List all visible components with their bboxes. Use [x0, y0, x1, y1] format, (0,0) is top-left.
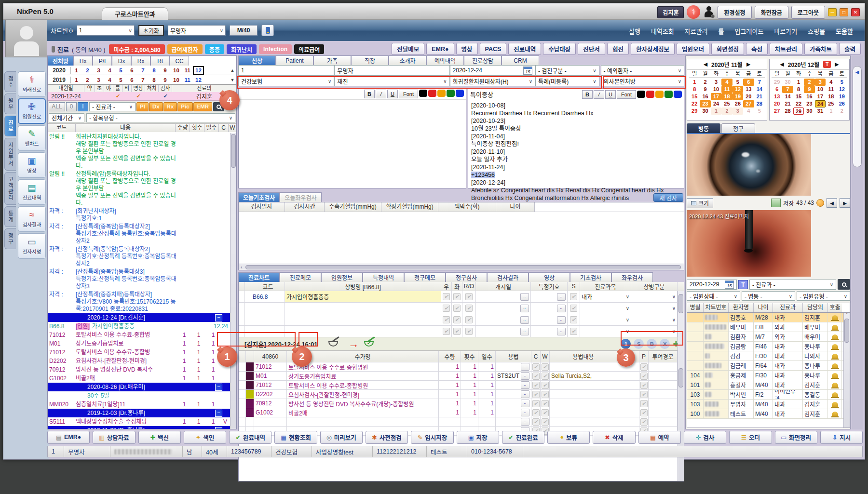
month-cell[interactable]: 4 [104, 76, 115, 84]
module-tab[interactable]: 환자상세정보 [631, 43, 675, 55]
month-cell[interactable]: 10 [171, 76, 182, 84]
calendar-day[interactable]: 30 [782, 79, 793, 86]
history-row[interactable]: 71012 토탈서비스 이용 수수료-종합병 1 1 1 [48, 331, 230, 339]
ward-select[interactable]: - 병동 -∨ [742, 291, 795, 301]
checkbox-w[interactable]: ✔ [542, 373, 549, 380]
checkbox-s[interactable]: ✔ [570, 293, 577, 300]
module-tab[interactable]: PACS [480, 43, 507, 55]
exam-hscrollbar[interactable]: ‹ [239, 264, 684, 270]
calendar-day[interactable]: 27 [772, 107, 782, 115]
calendar-day[interactable]: 6 [772, 86, 782, 93]
col-name[interactable]: 환자명 [729, 303, 754, 312]
period-select[interactable]: 전체기간∨ [49, 113, 84, 122]
exam-class-select[interactable]: - 검진구분 -∨ [535, 65, 599, 76]
next-month-icon[interactable]: ▶ [746, 61, 750, 67]
month-cell[interactable]: 11 [182, 66, 193, 75]
calendar-day[interactable]: 25 [826, 100, 836, 107]
calendar-day[interactable]: 29 [793, 107, 804, 115]
dx-col-s[interactable]: S [568, 282, 580, 291]
chart-tab[interactable]: 입원정보 [321, 272, 363, 282]
month-cell[interactable]: 7 [137, 76, 149, 84]
menu-item[interactable]: 자료관리 [685, 27, 708, 36]
sidebar-group-tab[interactable]: 고객관리 [4, 172, 16, 205]
col-code[interactable]: 코드 [48, 124, 76, 132]
history-tab[interactable]: Hx [73, 56, 93, 66]
chart-tab[interactable]: 검사결과 [487, 272, 529, 282]
patient-row[interactable]: 김강 F/30 내과 나의사 [687, 351, 850, 361]
checkbox-c[interactable]: ✔ [532, 382, 540, 389]
calendar-day[interactable]: 2 [804, 79, 814, 86]
dx-col-start[interactable]: 개시일 [476, 282, 531, 291]
calendar-icon[interactable]: 15 [523, 67, 532, 75]
diagnosis-row-empty[interactable]: ✔ ✔ ✔ .. .. ✔ ∨ ∨ [239, 314, 684, 326]
sidebar-group-tab[interactable]: 지원부서 [4, 138, 16, 171]
col-dept[interactable]: 진료과 [773, 303, 803, 312]
exam-col[interactable]: 확장기혈압(mmHg) [381, 202, 438, 212]
filter-chip[interactable]: PI [136, 102, 149, 111]
calendar-day[interactable]: 5 [732, 79, 743, 86]
toolbar-button[interactable]: ▤ EMR● [47, 431, 90, 444]
toolbar-button[interactable]: ▣ 저장 [457, 431, 499, 444]
usage-button[interactable]: .. [521, 372, 529, 380]
ward-select[interactable]: - 입원유형 -∨ [797, 291, 850, 301]
col-call[interactable]: 호출 [828, 303, 842, 312]
ward-tab[interactable]: 병동 [687, 123, 720, 133]
calendar-day[interactable]: 9 [804, 86, 814, 93]
mortar-icon[interactable] [328, 341, 338, 347]
col-room[interactable]: 병실 [687, 303, 704, 312]
month-cell[interactable]: 6 [126, 76, 137, 84]
exam-col[interactable]: 맥박수(회) [438, 202, 496, 212]
sidebar-item[interactable]: ⚕ 외래진료 [18, 71, 46, 97]
phone-icon[interactable] [261, 25, 274, 36]
calendar-day[interactable]: 10 [711, 86, 721, 93]
calendar-day[interactable]: 25 [721, 100, 732, 107]
eye-image[interactable] [687, 134, 811, 196]
checkbox-p[interactable]: ✔ [640, 363, 648, 371]
menu-item[interactable]: 바로가기 [774, 27, 797, 36]
calendar-day[interactable]: 10 [815, 86, 826, 93]
calendar-day[interactable]: 30 [804, 107, 814, 115]
ward-today-button[interactable]: T [738, 280, 748, 289]
filter-chip[interactable]: Dx [149, 102, 163, 111]
calendar-day[interactable]: 18 [721, 93, 732, 100]
checkbox-p[interactable]: ✔ [640, 400, 648, 407]
calendar-day[interactable]: 21 [754, 93, 765, 100]
calendar-day[interactable]: 14 [782, 93, 793, 100]
chart-tab[interactable]: 특정내역 [363, 272, 404, 282]
month-cell[interactable]: 3 [93, 66, 104, 75]
patient-photo[interactable] [5, 20, 47, 57]
toolbar-button[interactable]: ✚ 백신 [138, 431, 181, 444]
color-swatch[interactable] [674, 91, 682, 98]
chart-note-editor[interactable]: B / U Font [238, 88, 466, 188]
col-days[interactable]: 일수 [204, 124, 219, 132]
history-row[interactable]: 2020-08-26 [Dr.배우미] [48, 383, 230, 391]
calendar-day[interactable]: 13 [743, 86, 754, 93]
menu-item[interactable]: 툴 [719, 27, 724, 36]
history-row[interactable]: 2019-12-03 [Dr.홍나루] [48, 409, 230, 417]
module-tab[interactable]: 가족차트 [804, 43, 837, 55]
history-row[interactable]: B66.8 [입원]가시입이형흡충증 12.24 [48, 322, 230, 331]
history-row[interactable]: 2020-12-24 [Dr.김지훈] [48, 313, 230, 322]
sidebar-item[interactable]: ▭ 전자서명 [18, 233, 46, 259]
history-row[interactable]: 알림 !! 희귀난치지원대상자입니다. 해당 질환 또는 합병증으로 인한 진료… [48, 133, 230, 170]
checkbox-c[interactable]: ✔ [532, 373, 540, 380]
calendar-day[interactable]: 15 [793, 93, 804, 100]
rx-col-code[interactable]: 40860 [254, 351, 287, 362]
calendar-day[interactable]: 16 [804, 93, 814, 100]
clinic-tab[interactable]: 구로스마트안과 [102, 7, 168, 20]
image-save-icon[interactable] [771, 199, 781, 207]
calendar-day[interactable]: 19 [837, 93, 847, 100]
new-exam-button[interactable]: 새 검사 [653, 193, 683, 202]
month-cell[interactable]: 6 [126, 66, 137, 75]
calendar-day[interactable]: 4 [826, 79, 836, 86]
usage-button[interactable]: .. [521, 409, 529, 416]
sidebar-group-tab[interactable]: 접수 [4, 71, 16, 92]
history-row[interactable]: MM020 심층열치료[1일당]11 1 1 1 [48, 400, 230, 409]
collapse-panel-icon[interactable]: ◀ [853, 69, 861, 75]
month-cell[interactable]: 9 [160, 76, 171, 84]
calendar-day[interactable]: 2 [721, 107, 732, 115]
reset-button[interactable]: 초기화 [138, 25, 164, 36]
diagnosis-row[interactable]: B66.8 가시입이형흡충증 ✔ ✔ ✔ .. .. ✔ 내과∨ ∨ [239, 291, 684, 303]
calendar-day[interactable]: 2 [700, 79, 710, 86]
module-tab[interactable]: 속성 [746, 43, 768, 55]
